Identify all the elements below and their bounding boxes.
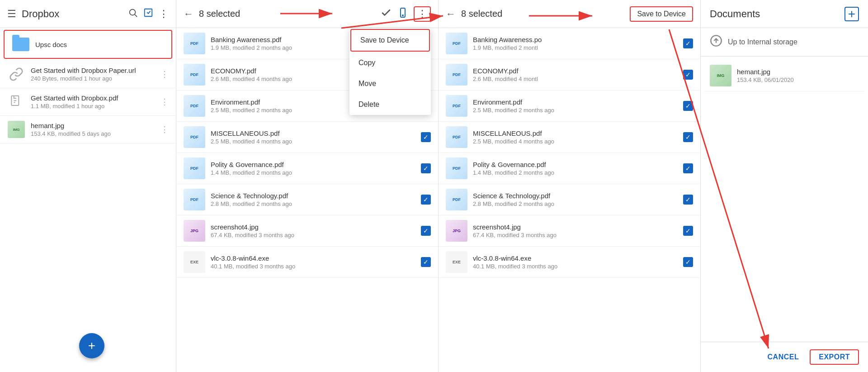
file-meta: 153.4 KB, modified 5 days ago <box>31 130 160 137</box>
file-info: vlc-3.0.8-win64.exe 40.1 MB, modified 3 … <box>211 254 421 270</box>
dropdown-copy[interactable]: Copy <box>349 52 431 73</box>
file-thumbnail: PDF <box>446 157 467 179</box>
file-info: screenshot4.jpg 67.4 KB, modified 3 mont… <box>211 223 421 238</box>
back-icon[interactable]: ← <box>184 8 193 20</box>
hamburger-icon[interactable]: ☰ <box>7 8 16 20</box>
more-menu-icon[interactable]: ⋮ <box>159 8 169 20</box>
file-info: MISCELLANEOUS.pdf 2.5 MB, modified 4 mon… <box>473 129 683 145</box>
middle-panel: ← 8 selected ⋮ Save to Device Copy Move … <box>176 0 439 372</box>
more-icon[interactable]: ⋮ <box>160 124 169 134</box>
file-name: vlc-3.0.8-win64.exe <box>211 254 421 262</box>
selected-count-right: 8 selected <box>461 9 624 19</box>
file-checkbox[interactable]: ✓ <box>421 195 431 205</box>
export-button[interactable]: EXPORT <box>810 349 859 365</box>
file-checkbox[interactable]: ✓ <box>683 195 693 205</box>
dropdown-menu: Save to Device Copy Move Delete <box>349 28 431 115</box>
left-header: ☰ Dropbox ⋮ <box>0 0 176 28</box>
file-checkbox[interactable]: ✓ <box>683 226 693 236</box>
file-thumbnail: PDF <box>184 157 205 179</box>
add-icon[interactable]: + <box>844 7 859 21</box>
file-checkbox[interactable]: ✓ <box>683 163 693 173</box>
list-item[interactable]: PDF ECONOMY.pdf 2.6 MB, modified 4 montl… <box>439 59 700 91</box>
list-item[interactable]: JPG screenshot4.jpg 67.4 KB, modified 3 … <box>176 215 438 247</box>
file-checkbox[interactable]: ✓ <box>683 132 693 142</box>
fab-add-button[interactable]: + <box>79 333 104 358</box>
dropdown-delete[interactable]: Delete <box>349 94 431 115</box>
file-info: MISCELLANEOUS.pdf 2.5 MB, modified 4 mon… <box>211 129 421 145</box>
save-to-device-button[interactable]: Save to Device <box>630 6 693 22</box>
file-meta: 67.4 KB, modified 3 months ago <box>211 232 421 238</box>
file-info: hemant.jpg 153.4 KB, modified 5 days ago <box>31 122 160 137</box>
file-checkbox[interactable]: ✓ <box>421 132 431 142</box>
list-item[interactable]: PDF Polity & Governance.pdf 1.4 MB, modi… <box>176 153 438 184</box>
docs-header: Documents + <box>701 0 868 28</box>
file-checkbox[interactable]: ✓ <box>683 101 693 111</box>
file-checkbox[interactable]: ✓ <box>683 257 693 267</box>
list-item[interactable]: PDF MISCELLANEOUS.pdf 2.5 MB, modified 4… <box>176 122 438 153</box>
file-meta: 2.5 MB, modified 4 months ago <box>473 138 683 145</box>
more-icon[interactable]: ⋮ <box>160 69 169 79</box>
docs-title: Documents <box>710 8 760 20</box>
svg-point-5 <box>402 15 403 16</box>
list-item[interactable]: EXE vlc-3.0.8-win64.exe 40.1 MB, modifie… <box>439 247 700 278</box>
file-name: Get Started with Dropbox Paper.url <box>31 67 160 74</box>
file-checkbox[interactable]: ✓ <box>683 70 693 80</box>
left-panel: ☰ Dropbox ⋮ Upsc docs Get Started with D… <box>0 0 176 372</box>
file-checkbox[interactable]: ✓ <box>421 226 431 236</box>
file-meta: 240 Bytes, modified 1 hour ago <box>31 75 160 82</box>
app-title: Dropbox <box>22 8 123 20</box>
file-thumbnail: PDF <box>184 95 205 117</box>
left-folder-item-upsc[interactable]: Upsc docs <box>4 30 172 59</box>
up-to-internal-storage[interactable]: Up to Internal storage <box>701 28 868 57</box>
file-meta: 1.4 MB, modified 2 months ago <box>473 169 683 176</box>
list-item[interactable]: PDF Polity & Governance.pdf 1.4 MB, modi… <box>439 153 700 184</box>
left-file-item-hemant[interactable]: IMG hemant.jpg 153.4 KB, modified 5 days… <box>0 116 176 143</box>
list-item[interactable]: PDF MISCELLANEOUS.pdf 2.5 MB, modified 4… <box>439 122 700 153</box>
folder-icon <box>12 35 30 53</box>
image-thumbnail: IMG <box>7 120 25 138</box>
file-info: Science & Technology.pdf 2.8 MB, modifie… <box>473 192 683 207</box>
left-file-item-dropboxpaper[interactable]: Get Started with Dropbox Paper.url 240 B… <box>0 61 176 88</box>
edit-icon[interactable] <box>143 8 153 20</box>
svg-point-0 <box>130 9 136 15</box>
list-item[interactable]: IMG hemant.jpg 153.4 KB, 06/01/2020 <box>704 60 864 91</box>
dropdown-save-to-device[interactable]: Save to Device <box>350 29 430 52</box>
search-icon[interactable] <box>128 8 138 20</box>
list-item[interactable]: PDF Environment.pdf 2.5 MB, modified 2 m… <box>439 91 700 122</box>
dropdown-move[interactable]: Move <box>349 73 431 94</box>
file-checkbox[interactable]: ✓ <box>683 38 693 48</box>
file-thumbnail: PDF <box>184 33 205 54</box>
file-info: ECONOMY.pdf 2.6 MB, modified 4 montl <box>473 67 683 82</box>
up-storage-label: Up to Internal storage <box>728 38 797 46</box>
file-thumbnail: EXE <box>446 251 467 273</box>
check-all-icon[interactable] <box>380 7 392 21</box>
left-file-item-dropboxpdf[interactable]: Get Started with Dropbox.pdf 1.1 MB, mod… <box>0 88 176 116</box>
list-item[interactable]: JPG screenshot4.jpg 67.4 KB, modified 3 … <box>439 215 700 247</box>
file-name: Polity & Governance.pdf <box>211 161 421 168</box>
pdf-icon <box>7 93 25 111</box>
back-icon[interactable]: ← <box>446 8 456 20</box>
file-name: Polity & Governance.pdf <box>473 161 683 168</box>
more-options-icon[interactable]: ⋮ <box>414 6 431 22</box>
more-icon[interactable]: ⋮ <box>160 97 169 107</box>
file-name: Banking Awareness.po <box>473 36 683 43</box>
file-name: MISCELLANEOUS.pdf <box>211 129 421 137</box>
list-item[interactable]: PDF Science & Technology.pdf 2.8 MB, mod… <box>439 184 700 215</box>
file-info: Get Started with Dropbox Paper.url 240 B… <box>31 67 160 82</box>
file-info: Banking Awareness.po 1.9 MB, modified 2 … <box>473 36 683 51</box>
list-item[interactable]: EXE vlc-3.0.8-win64.exe 40.1 MB, modifie… <box>176 247 438 278</box>
file-info: Get Started with Dropbox.pdf 1.1 MB, mod… <box>31 94 160 110</box>
selected-count-middle: 8 selected <box>199 9 375 19</box>
file-info: Polity & Governance.pdf 1.4 MB, modified… <box>473 161 683 176</box>
file-checkbox[interactable]: ✓ <box>421 163 431 173</box>
file-name: Science & Technology.pdf <box>211 192 421 200</box>
list-item[interactable]: PDF Banking Awareness.po 1.9 MB, modifie… <box>439 28 700 59</box>
file-checkbox[interactable]: ✓ <box>421 257 431 267</box>
file-name: hemant.jpg <box>31 122 160 129</box>
file-thumbnail: PDF <box>446 189 467 210</box>
list-item[interactable]: PDF Science & Technology.pdf 2.8 MB, mod… <box>176 184 438 215</box>
cancel-button[interactable]: CANCEL <box>768 353 799 361</box>
device-icon[interactable] <box>397 7 408 21</box>
file-thumbnail: PDF <box>184 189 205 210</box>
svg-rect-2 <box>145 9 152 16</box>
